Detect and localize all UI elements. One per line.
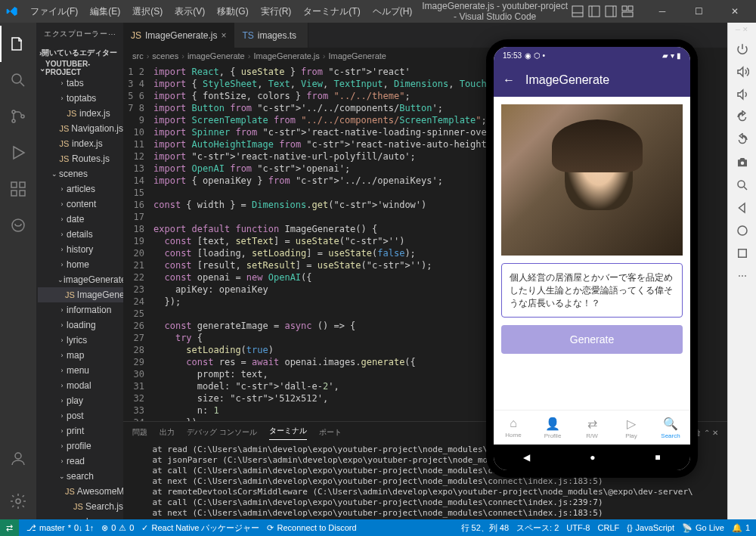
- rotate-left-icon[interactable]: [733, 107, 752, 127]
- copilot-activity[interactable]: [0, 207, 36, 243]
- language-mode[interactable]: {} JavaScript: [627, 523, 674, 532]
- breadcrumb-item[interactable]: ImageGenerate.js: [253, 51, 319, 60]
- encoding[interactable]: UTF-8: [566, 523, 590, 532]
- menu-item[interactable]: 編集(E): [84, 3, 126, 20]
- tree-file[interactable]: JSImageGenerate.js: [38, 287, 123, 302]
- tree-folder[interactable]: ›information: [38, 302, 123, 318]
- tree-file[interactable]: JSSearch.js: [38, 499, 123, 514]
- breadcrumb-item[interactable]: ImageGenerate: [328, 51, 386, 60]
- tree-folder[interactable]: ›history: [38, 242, 123, 257]
- tree-folder[interactable]: ›read: [38, 454, 123, 469]
- menu-item[interactable]: 表示(V): [169, 3, 211, 20]
- phone-tab-play[interactable]: ▷Play: [612, 411, 651, 445]
- remote-indicator[interactable]: ⇄: [0, 519, 19, 536]
- project-section[interactable]: ⌄ YOUTUBER-PROJECT: [36, 60, 123, 76]
- breadcrumb-item[interactable]: scenes: [152, 51, 178, 60]
- back-arrow-icon[interactable]: ←: [503, 73, 515, 87]
- notifications[interactable]: 🔔 1: [732, 523, 750, 533]
- layout-controls[interactable]: [572, 5, 634, 17]
- phone-tab-profile[interactable]: 👤Profile: [533, 411, 572, 445]
- explorer-activity[interactable]: [0, 26, 36, 62]
- tree-folder[interactable]: ›home: [38, 257, 123, 272]
- menu-item[interactable]: ヘルプ(H): [367, 3, 419, 20]
- overview-square-icon[interactable]: [733, 243, 752, 263]
- indentation[interactable]: スペース: 2: [516, 522, 559, 534]
- phone-tab-r/w[interactable]: ⇄R/W: [572, 411, 612, 445]
- panel-tab[interactable]: 問題: [132, 427, 147, 438]
- maximize-button[interactable]: ☐: [683, 6, 714, 17]
- branch-indicator[interactable]: ⎇ master* 0↓ 1↑: [26, 523, 94, 533]
- emu-minimize[interactable]: ─: [736, 26, 740, 33]
- prompt-input[interactable]: 個人経営の居酒屋とかバーで客を品定めしたり人生論とか恋愛論語ってくる偉そうな店長…: [501, 263, 683, 318]
- nav-overview-icon[interactable]: ■: [655, 452, 660, 463]
- layout-panel-icon[interactable]: [572, 5, 584, 17]
- tree-folder[interactable]: ›menu: [38, 363, 123, 378]
- more-icon[interactable]: ⋯: [108, 30, 116, 39]
- more-horiz-icon[interactable]: ⋯: [733, 266, 752, 286]
- tree-folder[interactable]: ›print: [38, 423, 123, 438]
- tree-folder[interactable]: ⌄scenes: [38, 166, 123, 181]
- tree-file[interactable]: JSNavigation.js: [38, 121, 123, 136]
- panel-tab[interactable]: ターミナル: [269, 426, 307, 440]
- tree-file[interactable]: JSindex.js: [38, 106, 123, 121]
- debug-activity[interactable]: [0, 135, 36, 171]
- emu-close[interactable]: ✕: [742, 26, 748, 33]
- zoom-icon[interactable]: [733, 175, 752, 195]
- tree-folder[interactable]: ›post: [38, 408, 123, 423]
- home-circle-icon[interactable]: [733, 221, 752, 240]
- go-live[interactable]: 📡 Go Live: [682, 523, 724, 533]
- panel-tab[interactable]: 出力: [160, 427, 175, 438]
- layout-sidebar-icon[interactable]: [588, 5, 600, 17]
- layout-custom-icon[interactable]: [621, 5, 634, 17]
- scm-activity[interactable]: [0, 98, 36, 135]
- accounts-activity[interactable]: [0, 441, 36, 477]
- nav-back-icon[interactable]: ◀: [523, 452, 530, 463]
- tree-folder[interactable]: ›map: [38, 348, 123, 363]
- camera-icon[interactable]: [733, 153, 752, 172]
- extensions-activity[interactable]: [0, 171, 36, 207]
- tree-folder[interactable]: ›modal: [38, 378, 123, 393]
- menu-item[interactable]: ファイル(F): [24, 3, 84, 20]
- tree-folder[interactable]: ›tabs: [38, 76, 123, 91]
- menu-item[interactable]: 移動(G): [211, 3, 254, 20]
- menu-item[interactable]: 選択(S): [126, 3, 169, 20]
- tree-folder[interactable]: ›play: [38, 393, 123, 408]
- tree-folder[interactable]: ›date: [38, 212, 123, 227]
- menu-item[interactable]: ターミナル(T): [297, 3, 366, 20]
- tree-file[interactable]: JSRoutes.js: [38, 151, 123, 166]
- settings-activity[interactable]: [0, 483, 36, 519]
- search-activity[interactable]: [0, 62, 36, 98]
- breadcrumb-item[interactable]: src: [132, 51, 144, 60]
- editor-tab[interactable]: TSimages.ts: [234, 23, 308, 48]
- tree-file[interactable]: JSAwesomeModal.js: [38, 484, 123, 499]
- tree-folder[interactable]: ›loading: [38, 318, 123, 333]
- generate-button[interactable]: Generate: [501, 325, 683, 354]
- tree-file[interactable]: JSindex.js: [38, 136, 123, 151]
- tree-folder[interactable]: ›details: [38, 227, 123, 242]
- volume-down-icon[interactable]: [733, 85, 752, 104]
- tree-folder[interactable]: ›profile: [38, 438, 123, 454]
- tree-folder[interactable]: ⌄imageGenerate: [38, 272, 123, 287]
- power-icon[interactable]: [733, 39, 752, 59]
- discord-status[interactable]: ⟳ Reconnect to Discord: [267, 523, 356, 533]
- menu-item[interactable]: 実行(R): [255, 3, 298, 20]
- tree-folder[interactable]: ›articles: [38, 181, 123, 197]
- close-button[interactable]: ✕: [720, 6, 750, 17]
- back-triangle-icon[interactable]: [733, 198, 752, 218]
- tree-folder[interactable]: ›content: [38, 197, 123, 212]
- tree-folder[interactable]: ⌄search: [38, 469, 123, 484]
- phone-tab-home[interactable]: ⌂Home: [494, 411, 533, 445]
- editor-tab[interactable]: JSImageGenerate.js×: [123, 23, 234, 48]
- open-editors-section[interactable]: › 開いているエディター: [36, 45, 123, 60]
- minimize-button[interactable]: ─: [647, 6, 677, 17]
- rn-packager[interactable]: ✓ React Native パッケージャー: [141, 522, 259, 534]
- tree-folder[interactable]: ›sneakers: [38, 514, 123, 519]
- problems-indicator[interactable]: ⊗ 0 ⚠ 0: [101, 523, 134, 533]
- volume-up-icon[interactable]: [733, 62, 752, 82]
- layout-right-icon[interactable]: [605, 5, 617, 17]
- cursor-position[interactable]: 行 52、列 48: [461, 522, 510, 534]
- close-icon[interactable]: ×: [221, 30, 226, 41]
- panel-tab[interactable]: ポート: [319, 427, 342, 438]
- phone-tab-search[interactable]: 🔍Search: [651, 411, 690, 445]
- breadcrumb-item[interactable]: imageGenerate: [187, 51, 245, 60]
